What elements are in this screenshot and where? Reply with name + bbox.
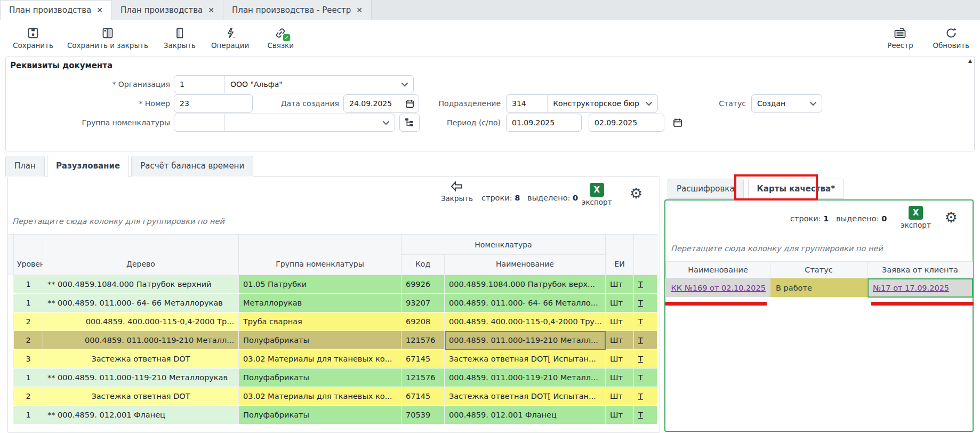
name-cell[interactable]: 000.4859. 011.000-119-210 Металл...: [445, 331, 606, 350]
status-value[interactable]: Создан: [752, 95, 791, 112]
column-header-code[interactable]: Код: [401, 255, 445, 275]
quality-toolbar: строки: 1 выделено: 0 X экспорт ⚙: [790, 206, 958, 229]
number-input[interactable]: [174, 95, 252, 112]
table-row[interactable]: 1** 000.4859. 011.000- 64- 66 Металлорук…: [9, 294, 657, 312]
close-button[interactable]: Закрыть: [157, 25, 203, 52]
column-header-unit[interactable]: ЕИ: [606, 235, 634, 275]
period-to-input[interactable]: [589, 114, 664, 131]
table-row[interactable]: КК №169 от 02.10.2025 В работе №17 от 17…: [666, 278, 973, 298]
organization-code[interactable]: 1: [174, 76, 225, 93]
close-tab-icon[interactable]: ✕: [208, 6, 214, 14]
export-button[interactable]: X экспорт: [901, 206, 931, 229]
chevron-down-icon[interactable]: [640, 101, 657, 106]
calendar-icon[interactable]: [669, 118, 687, 127]
tab-quality-cards[interactable]: Карты качества*: [748, 179, 844, 199]
division-name[interactable]: Конструкторское бюр: [548, 95, 640, 112]
column-header-nomenclature[interactable]: Номенклатура: [401, 235, 606, 255]
cut-link-cell[interactable]: Т: [634, 331, 657, 350]
export-button[interactable]: X экспорт: [582, 183, 612, 206]
column-header-client-request[interactable]: Заявка от клиента: [867, 262, 973, 278]
table-row[interactable]: 1** 000.4859.1084.000 Патрубок верхний01…: [9, 275, 657, 294]
level-cell: 2: [14, 331, 43, 350]
division-code[interactable]: 314: [507, 95, 548, 112]
column-header-name[interactable]: Наименование: [445, 255, 606, 275]
name-cell[interactable]: 000.4859. 011.000- 64- 66 Металло...: [445, 294, 606, 312]
column-header-level[interactable]: Уровень: [14, 235, 43, 275]
cut-link-cell[interactable]: Т: [634, 312, 657, 331]
tab-plan[interactable]: План: [5, 156, 45, 177]
gear-icon[interactable]: ⚙: [945, 210, 958, 224]
period-from-input[interactable]: [507, 114, 581, 131]
tree-cell[interactable]: 000.4859. 011.000-119-210 Металл...: [43, 331, 239, 350]
tree-cell[interactable]: Застежка ответная DOT: [43, 350, 239, 368]
cut-link-cell[interactable]: Т: [634, 368, 657, 387]
status-select[interactable]: Создан: [751, 94, 822, 113]
quality-card-link[interactable]: КК №169 от 02.10.2025: [671, 284, 766, 292]
table-row[interactable]: 2000.4859. 011.000-119-210 Металл...Полу…: [9, 331, 657, 350]
code-cell: 121576: [401, 368, 445, 387]
save-and-close-button[interactable]: Сохранить и закрыть: [62, 25, 154, 52]
created-date-field[interactable]: 24.09.2025: [343, 94, 419, 113]
nomenclature-group-combo[interactable]: [174, 114, 395, 132]
tree-cell[interactable]: ** 000.4859. 011.000- 64- 66 Металлорука…: [43, 294, 239, 312]
table-row[interactable]: 1** 000.4859. 012.001 ФланецПолуфабрикат…: [9, 406, 657, 424]
tree-cell[interactable]: 000.4859. 400.000-115-0,4-2000 Тр...: [43, 312, 239, 331]
close-tab-icon[interactable]: ✕: [356, 6, 363, 14]
spacer-cell: [9, 406, 14, 424]
tab-rasshifrovka[interactable]: Расшифровка: [668, 179, 744, 199]
name-cell[interactable]: 000.4859. 400.000-115-0,4-2000 Тру...: [445, 312, 606, 331]
client-request-link[interactable]: №17 от 17.09.2025: [873, 284, 949, 292]
name-cell[interactable]: Застежка ответная DOT[ Испытан...: [445, 387, 606, 406]
name-cell[interactable]: 000.4859.1084.000 Патрубок верх...: [445, 275, 606, 294]
tree-cell[interactable]: ** 000.4859. 012.001 Фланец: [43, 406, 239, 424]
window-tab-1[interactable]: План производства ✕: [0, 0, 112, 20]
links-button[interactable]: ✓ Связки: [258, 25, 303, 52]
column-header-group[interactable]: Группа номенклатуры: [239, 235, 401, 275]
column-header-name[interactable]: Наименование: [666, 262, 770, 278]
cut-link-cell[interactable]: Т: [634, 350, 657, 368]
name-cell[interactable]: 000.4859. 011.000-119-210 Металл...: [445, 368, 606, 387]
registry-button[interactable]: Реестр: [877, 25, 923, 52]
name-cell[interactable]: 000.4859. 012.001 Фланец: [445, 406, 606, 424]
number-field[interactable]: [174, 94, 253, 113]
grid-close-button[interactable]: Закрыть: [438, 181, 476, 203]
organization-combo[interactable]: 1 ООО "Альфа": [174, 75, 414, 93]
level-cell: 1: [14, 275, 43, 294]
chevron-down-icon[interactable]: [805, 101, 822, 106]
cut-link-cell[interactable]: Т: [634, 275, 657, 294]
cut-link-cell[interactable]: Т: [634, 406, 657, 424]
save-button[interactable]: Сохранить: [7, 25, 59, 52]
chevron-down-icon[interactable]: [396, 82, 413, 87]
tab-time-balance[interactable]: Расчёт баланса времени: [131, 156, 253, 177]
nomenclature-group-value[interactable]: [225, 114, 236, 131]
column-header-status[interactable]: Статус: [770, 262, 867, 278]
name-cell[interactable]: Застежка ответная DOT[ Испытан...: [445, 350, 606, 368]
operations-button[interactable]: Операции: [206, 25, 254, 52]
organization-name[interactable]: ООО "Альфа": [225, 76, 288, 93]
cut-link-cell[interactable]: Т: [634, 387, 657, 406]
close-tab-icon[interactable]: ✕: [97, 6, 103, 14]
window-tab-3[interactable]: План производства - Реестр ✕: [223, 0, 372, 20]
cut-link-cell[interactable]: Т: [634, 294, 657, 312]
tree-cell[interactable]: ** 000.4859. 011.000-119-210 Металлорука…: [43, 368, 239, 387]
tab-razuzlovanie[interactable]: Разузлование: [47, 156, 129, 177]
table-row[interactable]: 2Застежка ответная DOT03.02 Материалы дл…: [9, 387, 657, 406]
created-date-value[interactable]: 24.09.2025: [344, 95, 397, 112]
tree-cell[interactable]: ** 000.4859.1084.000 Патрубок верхний: [43, 275, 239, 294]
period-from-field[interactable]: [506, 114, 582, 132]
period-to-field[interactable]: [589, 114, 664, 132]
window-tab-2[interactable]: План производства ✕: [112, 0, 223, 20]
table-row[interactable]: 2000.4859. 400.000-115-0,4-2000 Тр...Тру…: [9, 312, 657, 331]
calendar-icon[interactable]: [401, 99, 419, 108]
collapse-indicator-icon[interactable]: ▲: [968, 58, 972, 63]
division-combo[interactable]: 314 Конструкторское бюр: [506, 94, 658, 113]
tree-cell[interactable]: Застежка ответная DOT: [43, 387, 239, 406]
chevron-down-icon[interactable]: [377, 121, 395, 125]
nomenclature-group-code[interactable]: [174, 114, 225, 131]
table-row[interactable]: 1** 000.4859. 011.000-119-210 Металлорук…: [9, 368, 657, 387]
tree-select-button[interactable]: [399, 114, 420, 132]
gear-icon[interactable]: ⚙: [630, 186, 642, 201]
column-header-tree[interactable]: Дерево: [43, 235, 239, 275]
refresh-button[interactable]: Обновить: [927, 25, 975, 52]
table-row[interactable]: 3Застежка ответная DOT03.02 Материалы дл…: [9, 350, 657, 368]
